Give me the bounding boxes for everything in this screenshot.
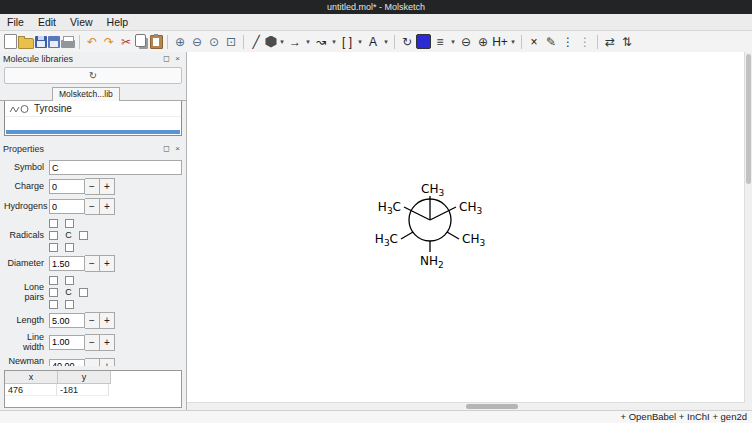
zoom-out-icon[interactable]: ⊖	[189, 33, 205, 50]
atom-label-lower-right[interactable]: CH3	[462, 232, 485, 248]
horizontal-scrollbar[interactable]	[187, 402, 745, 410]
new-document-icon[interactable]	[4, 34, 17, 49]
undo-icon[interactable]: ↶	[84, 33, 100, 50]
newman-bonds[interactable]	[401, 196, 459, 252]
library-close-button[interactable]: ×	[172, 53, 183, 64]
rotate-tool-icon[interactable]: ↻	[399, 33, 415, 50]
zoom-fit-icon[interactable]: ⊡	[223, 33, 239, 50]
hydrogen-dropdown-icon[interactable]: ▾	[509, 33, 517, 50]
atom-label-upper-right[interactable]: CH3	[459, 200, 482, 216]
charge-minus-icon[interactable]: ⊖	[458, 33, 474, 50]
library-tab-molsketch-lib[interactable]: Molsketch...lib	[52, 87, 120, 102]
toolbar-separator	[394, 35, 395, 49]
atom-label-lower-left[interactable]: H3C	[375, 232, 398, 248]
hydrogens-input[interactable]	[49, 199, 85, 214]
radical-checkbox[interactable]	[65, 219, 74, 228]
vertical-scrollbar-thumb[interactable]	[746, 54, 751, 184]
diameter-input[interactable]	[49, 256, 85, 271]
properties-float-button[interactable]: ◻	[161, 143, 172, 154]
line-width-dropdown-icon[interactable]: ▾	[449, 33, 457, 50]
length-decrease-button[interactable]: −	[85, 312, 100, 329]
save-icon[interactable]	[35, 36, 47, 48]
line-width-increase-button[interactable]: +	[100, 334, 115, 351]
atom-label-top[interactable]: CH3	[421, 182, 444, 198]
lone-pair-checkbox[interactable]	[65, 300, 74, 309]
radical-checkbox[interactable]	[49, 243, 58, 252]
bracket-tool-icon[interactable]: [ ]	[339, 33, 355, 50]
charge-input[interactable]	[49, 179, 85, 194]
ring-dropdown-icon[interactable]: ▾	[278, 33, 286, 50]
lone-pair-add-icon[interactable]: ⋮	[560, 33, 576, 50]
lone-pair-checkbox[interactable]	[49, 288, 58, 297]
delete-tool-icon[interactable]: ×	[526, 33, 542, 50]
list-item-tyrosine[interactable]: Tyrosine	[5, 101, 181, 117]
lone-pair-checkbox[interactable]	[79, 288, 88, 297]
cut-icon[interactable]: ✂	[118, 33, 134, 50]
ring-tool-icon[interactable]	[265, 36, 277, 48]
lone-pair-checkbox[interactable]	[49, 300, 58, 309]
library-float-button[interactable]: ◻	[161, 53, 172, 64]
lone-pair-remove-icon[interactable]: ⋮	[577, 33, 593, 50]
reload-libraries-button[interactable]: ↻	[4, 67, 182, 84]
drawing-canvas[interactable]: CH3 H3C CH3 H3C CH3 NH2	[187, 52, 745, 403]
lone-pair-checkbox[interactable]	[49, 276, 58, 285]
radical-checkbox[interactable]	[49, 231, 58, 240]
charge-decrease-button[interactable]: −	[85, 178, 100, 195]
vertical-scrollbar[interactable]	[744, 52, 752, 403]
save-as-icon[interactable]	[48, 36, 60, 48]
reaction-arrow-dropdown-icon[interactable]: ▾	[304, 33, 312, 50]
line-width-input[interactable]	[49, 335, 85, 350]
paste-icon[interactable]	[150, 35, 163, 49]
coordinate-x-cell[interactable]: 476	[5, 384, 57, 396]
diameter-decrease-button[interactable]: −	[85, 255, 100, 272]
charge-plus-icon[interactable]: ⊕	[475, 33, 491, 50]
color-swatch[interactable]	[416, 34, 431, 49]
newman-diameter-input[interactable]	[49, 359, 85, 366]
edit-tool-icon[interactable]: ✎	[543, 33, 559, 50]
radical-checkbox[interactable]	[65, 243, 74, 252]
newman-projection-molecule[interactable]: CH3 H3C CH3 H3C CH3 NH2	[310, 152, 550, 282]
symbol-input[interactable]	[49, 160, 182, 175]
length-increase-button[interactable]: +	[100, 312, 115, 329]
length-input[interactable]	[49, 313, 85, 328]
diameter-increase-button[interactable]: +	[100, 255, 115, 272]
charge-increase-button[interactable]: +	[100, 178, 115, 195]
redo-icon[interactable]: ↷	[101, 33, 117, 50]
mechanism-arrow-dropdown-icon[interactable]: ▾	[330, 33, 338, 50]
bracket-dropdown-icon[interactable]: ▾	[356, 33, 364, 50]
copy-icon[interactable]	[135, 34, 146, 47]
line-width-decrease-button[interactable]: −	[85, 334, 100, 351]
text-tool-icon[interactable]: A	[365, 33, 381, 50]
newman-diameter-increase-button[interactable]: +	[100, 358, 115, 366]
open-file-icon[interactable]	[18, 38, 34, 49]
menu-view[interactable]: View	[63, 14, 100, 30]
reaction-arrow-tool-icon[interactable]: →	[287, 33, 303, 50]
radical-checkbox[interactable]	[49, 219, 58, 228]
molecule-library-list[interactable]: Tyrosine	[4, 101, 182, 136]
radical-checkbox[interactable]	[79, 231, 88, 240]
flip-vertical-icon[interactable]: ⇅	[619, 33, 635, 50]
hydrogens-increase-button[interactable]: +	[100, 198, 115, 215]
atom-label-upper-left[interactable]: H3C	[378, 200, 401, 216]
lone-pair-checkbox[interactable]	[65, 276, 74, 285]
atom-label-bottom[interactable]: NH2	[420, 254, 444, 270]
menu-edit[interactable]: Edit	[31, 14, 63, 30]
draw-tool-icon[interactable]: ╱	[248, 33, 264, 50]
menu-help[interactable]: Help	[100, 14, 136, 30]
zoom-original-icon[interactable]: ⊙	[206, 33, 222, 50]
coordinate-y-cell[interactable]: -181	[57, 384, 109, 396]
properties-close-button[interactable]: ×	[172, 143, 183, 154]
horizontal-scrollbar-thumb[interactable]	[466, 404, 518, 409]
molecule-thumbnail-icon	[8, 103, 30, 114]
hydrogen-tool-icon[interactable]: H+	[492, 33, 508, 50]
mechanism-arrow-tool-icon[interactable]: ↝	[313, 33, 329, 50]
hydrogens-decrease-button[interactable]: −	[85, 198, 100, 215]
line-width-icon[interactable]: ≡	[432, 33, 448, 50]
print-icon[interactable]	[61, 40, 75, 48]
text-dropdown-icon[interactable]: ▾	[382, 33, 390, 50]
symbol-label: Symbol	[4, 162, 44, 172]
zoom-in-icon[interactable]: ⊕	[172, 33, 188, 50]
newman-diameter-decrease-button[interactable]: −	[85, 358, 100, 366]
flip-horizontal-icon[interactable]: ⇄	[602, 33, 618, 50]
menu-file[interactable]: File	[0, 14, 31, 30]
